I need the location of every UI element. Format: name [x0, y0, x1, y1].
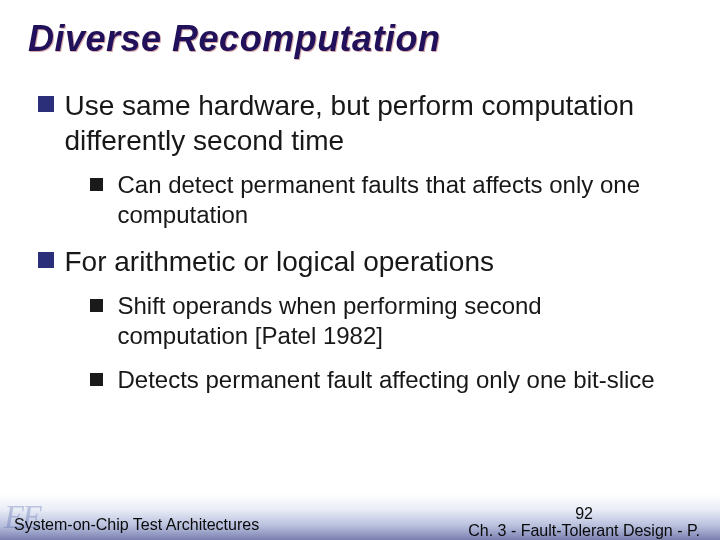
square-bullet-icon	[90, 178, 103, 191]
slide: Diverse Recomputation Use same hardware,…	[0, 0, 720, 540]
bullet-level2: Detects permanent fault affecting only o…	[90, 365, 692, 395]
subbullet-text: Detects permanent fault affecting only o…	[117, 365, 677, 395]
subbullet-text: Can detect permanent faults that affects…	[117, 170, 677, 230]
square-bullet-icon	[38, 252, 54, 268]
square-bullet-icon	[38, 96, 54, 112]
slide-footer: EE System-on-Chip Test Architectures 92 …	[0, 494, 720, 540]
bullet-level2: Can detect permanent faults that affects…	[90, 170, 692, 230]
subbullet-text: Shift operands when performing second co…	[117, 291, 677, 351]
bullet-level1: For arithmetic or logical operations	[38, 244, 692, 279]
page-number: 92	[468, 505, 700, 523]
bullet-text: For arithmetic or logical operations	[64, 244, 664, 279]
chapter-label: Ch. 3 - Fault-Tolerant Design - P.	[468, 522, 700, 540]
bullet-level2: Shift operands when performing second co…	[90, 291, 692, 351]
square-bullet-icon	[90, 299, 103, 312]
bullet-text: Use same hardware, but perform computati…	[64, 88, 664, 158]
square-bullet-icon	[90, 373, 103, 386]
slide-title: Diverse Recomputation	[28, 18, 692, 60]
footer-source: System-on-Chip Test Architectures	[14, 516, 259, 534]
footer-right: 92 Ch. 3 - Fault-Tolerant Design - P.	[468, 505, 700, 540]
bullet-level1: Use same hardware, but perform computati…	[38, 88, 692, 158]
